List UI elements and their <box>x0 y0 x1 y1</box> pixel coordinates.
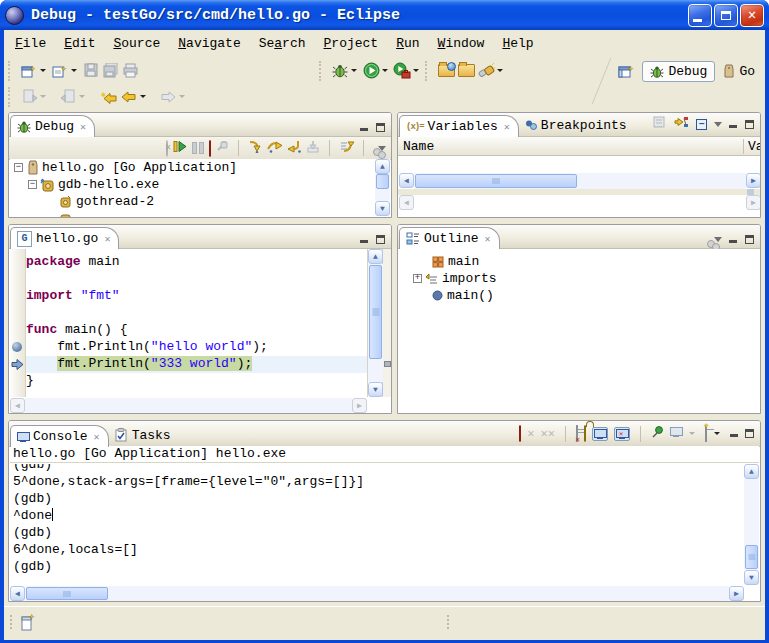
scroll-down-icon[interactable]: ▼ <box>744 570 759 585</box>
instruction-pointer-icon[interactable] <box>11 359 24 370</box>
maximize-view-icon[interactable] <box>376 123 385 132</box>
tree-row[interactable]: gothread-2 <box>10 193 390 210</box>
minimize-view-icon[interactable] <box>360 123 369 132</box>
toolbar-drag-handle[interactable] <box>319 61 326 81</box>
new-project-dropdown[interactable] <box>71 69 77 72</box>
new-wizard-button[interactable]: ✦ <box>19 60 39 82</box>
scroll-down-icon[interactable]: ▼ <box>375 201 390 216</box>
show-stdout-toggle[interactable] <box>592 427 608 441</box>
external-tools-dropdown[interactable] <box>413 69 419 72</box>
tab-outline[interactable]: Outline ✕ <box>399 227 500 249</box>
scroll-left-icon[interactable]: ◀ <box>399 173 414 188</box>
debug-button[interactable] <box>330 60 350 82</box>
back-button[interactable] <box>119 86 139 108</box>
scroll-up-icon[interactable]: ▲ <box>375 159 390 174</box>
next-annotation-dropdown[interactable] <box>40 95 46 98</box>
pin-console-button[interactable] <box>651 425 664 442</box>
search-dropdown[interactable] <box>497 69 503 72</box>
back-dropdown[interactable] <box>140 95 146 98</box>
suspend-button[interactable] <box>192 142 204 154</box>
remove-launch-icon[interactable]: ✕ <box>527 428 534 440</box>
minimize-view-icon[interactable] <box>730 429 739 438</box>
forward-dropdown[interactable] <box>179 95 185 98</box>
close-editor-icon[interactable]: ✕ <box>104 233 110 245</box>
view-menu-icon[interactable] <box>714 237 722 242</box>
show-type-names-button[interactable] <box>653 116 667 132</box>
step-into-button[interactable] <box>248 139 262 157</box>
menu-window[interactable]: Window <box>429 34 494 53</box>
tab-hello-go[interactable]: hello.go ✕ <box>10 227 119 249</box>
tab-debug-view[interactable]: Debug ✕ <box>10 115 95 137</box>
scroll-up-icon[interactable]: ▲ <box>744 464 759 479</box>
resume-button[interactable] <box>173 140 187 157</box>
close-button[interactable]: ✕ <box>740 4 764 27</box>
tree-row-partial[interactable] <box>10 210 390 217</box>
menu-source[interactable]: Source <box>104 34 169 53</box>
previous-annotation-button[interactable] <box>58 86 78 108</box>
new-project-button[interactable]: ✦ <box>50 60 70 82</box>
open-perspective-button[interactable]: ✦ <box>616 60 636 82</box>
collapse-expander-icon[interactable]: − <box>28 180 37 189</box>
use-step-filters-button[interactable] <box>339 139 354 157</box>
step-return-button[interactable] <box>287 139 301 157</box>
run-dropdown[interactable] <box>382 69 388 72</box>
menu-project[interactable]: Project <box>315 34 388 53</box>
save-button[interactable] <box>81 60 101 82</box>
editor-marker-ruler[interactable] <box>10 249 26 397</box>
previous-annotation-dropdown[interactable] <box>79 95 85 98</box>
open-plugin-artifact-button[interactable] <box>436 60 456 82</box>
menu-edit[interactable]: Edit <box>55 34 104 53</box>
disconnect-button[interactable] <box>216 140 229 156</box>
column-name[interactable]: Name <box>403 139 434 154</box>
maximize-view-icon[interactable] <box>745 429 754 438</box>
forward-button[interactable] <box>158 86 178 108</box>
show-stderr-toggle[interactable]: ✕ <box>614 427 630 441</box>
column-value[interactable]: Value <box>743 139 760 154</box>
tab-variables[interactable]: (x)= Variables ✕ <box>399 115 519 137</box>
maximize-button[interactable] <box>714 4 738 27</box>
scroll-up-icon[interactable]: ▲ <box>368 249 383 264</box>
toolbar-drag-handle[interactable] <box>8 61 15 81</box>
scroll-down-icon[interactable]: ▼ <box>368 382 383 397</box>
variables-horizontal-scrollbar[interactable]: ◀ ▶ <box>399 173 761 189</box>
last-edit-location-button[interactable]: ✱ <box>99 86 119 108</box>
breakpoint-marker-icon[interactable] <box>12 342 22 352</box>
editor-horizontal-scrollbar[interactable]: ◀ ▶ <box>10 398 367 413</box>
terminate-button[interactable] <box>209 141 211 156</box>
collapse-all-icon[interactable]: − <box>696 119 707 130</box>
expand-expander-icon[interactable]: + <box>413 274 422 283</box>
close-view-icon[interactable]: ✕ <box>485 233 491 245</box>
save-all-button[interactable] <box>101 60 121 82</box>
maximize-view-icon[interactable] <box>745 235 754 244</box>
statusbar-drag-handle[interactable] <box>10 615 12 629</box>
menu-search[interactable]: Search <box>250 34 315 53</box>
display-console-dropdown[interactable] <box>689 432 695 435</box>
close-view-icon[interactable]: ✕ <box>80 121 86 133</box>
minimize-view-icon[interactable] <box>729 120 738 129</box>
scroll-left-icon[interactable]: ◀ <box>10 586 25 601</box>
tab-console[interactable]: Console ✕ <box>10 425 109 447</box>
close-view-icon[interactable]: ✕ <box>504 121 510 133</box>
debug-vertical-scrollbar[interactable]: ▲ ▼ <box>375 159 390 216</box>
toolbar-drag-handle[interactable] <box>8 87 15 107</box>
open-resource-button[interactable] <box>456 60 476 82</box>
display-selected-console-button[interactable] <box>670 426 682 441</box>
console-horizontal-scrollbar[interactable]: ◀ ▶ <box>10 586 744 601</box>
step-over-button[interactable] <box>267 139 282 157</box>
perspective-go-button[interactable]: Go <box>721 62 757 81</box>
outline-item-main-package[interactable]: main <box>399 253 759 270</box>
search-button[interactable] <box>476 60 496 82</box>
tab-tasks[interactable]: Tasks <box>109 424 179 446</box>
run-button[interactable] <box>361 60 381 82</box>
view-menu-icon[interactable] <box>714 122 722 127</box>
toolbar-drag-handle[interactable] <box>425 61 432 81</box>
close-view-icon[interactable]: ✕ <box>94 431 100 443</box>
open-console-button[interactable]: ✦ <box>705 426 707 441</box>
debug-dropdown[interactable] <box>351 69 357 72</box>
overview-annotation[interactable] <box>384 361 391 367</box>
menu-help[interactable]: Help <box>493 34 542 53</box>
console-vertical-scrollbar[interactable]: ▲ ▼ <box>744 464 759 585</box>
remove-terminated-button[interactable]: ✕ <box>166 141 168 156</box>
perspective-debug-button[interactable]: Debug <box>642 61 715 82</box>
tree-row[interactable]: − gdb-hello.exe <box>10 176 390 193</box>
